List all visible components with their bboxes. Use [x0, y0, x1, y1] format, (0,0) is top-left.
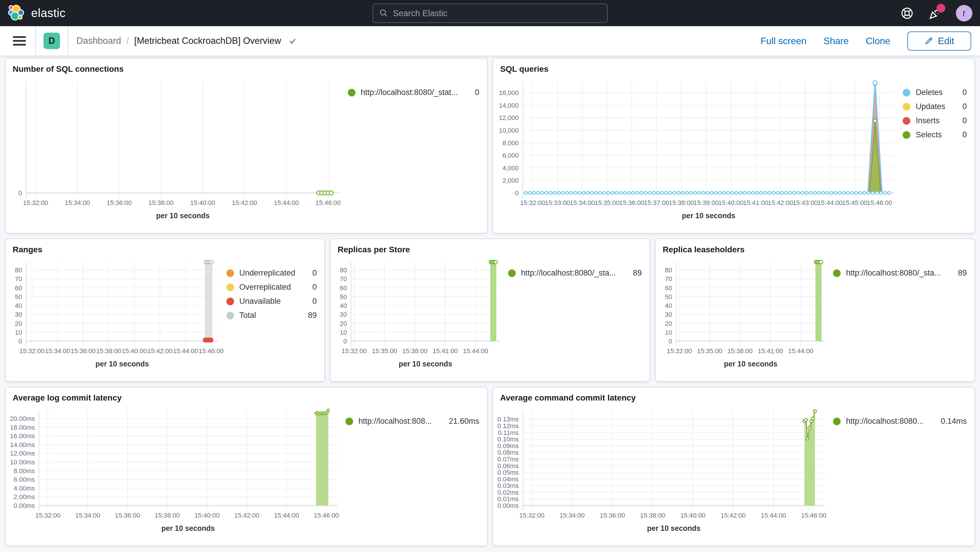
panel-replica-leaseholders: Replica leaseholders 15:32:0015:35:0015:… — [655, 239, 975, 382]
legend-value: 89 — [296, 311, 317, 320]
svg-text:0.01ms: 0.01ms — [498, 495, 519, 503]
panel-sql-queries: SQL queries 15:32:0015:33:0015:34:0015:3… — [493, 58, 975, 234]
legend-item[interactable]: Inserts0 — [903, 116, 967, 125]
svg-text:15:40:00: 15:40:00 — [122, 347, 147, 355]
panel-replicas-per-store: Replicas per Store 15:32:0015:35:0015:38… — [330, 239, 650, 382]
svg-text:15:38:00: 15:38:00 — [148, 199, 174, 207]
svg-text:15:37:00: 15:37:00 — [644, 199, 669, 207]
elastic-brand[interactable]: elastic — [8, 4, 65, 22]
legend-label: http://localhost:808... — [358, 417, 432, 426]
legend-dot-icon — [833, 269, 841, 277]
legend-dot-icon — [226, 297, 234, 305]
legend-label: http://localhost:8080... — [846, 417, 924, 426]
svg-text:15:34:00: 15:34:00 — [570, 199, 595, 207]
legend-label: Deletes — [916, 88, 943, 97]
legend-dot-icon — [226, 269, 234, 277]
x-axis-title: per 10 seconds — [724, 360, 777, 368]
global-search[interactable] — [372, 3, 608, 23]
title-check-icon[interactable] — [288, 37, 297, 45]
svg-text:16,000: 16,000 — [499, 89, 519, 97]
svg-text:40: 40 — [340, 302, 347, 309]
svg-text:15:35:00: 15:35:00 — [697, 347, 722, 355]
svg-text:15:34:00: 15:34:00 — [65, 199, 90, 207]
top-header: elastic r — [0, 0, 980, 26]
svg-text:70: 70 — [340, 275, 347, 283]
legend-label: Selects — [916, 130, 942, 139]
svg-text:15:44:00: 15:44:00 — [274, 512, 299, 519]
svg-text:0: 0 — [515, 189, 519, 197]
svg-text:60: 60 — [15, 285, 22, 292]
legend-dot-icon — [345, 418, 353, 425]
svg-text:15:44:00: 15:44:00 — [463, 347, 488, 355]
panel-ranges: Ranges 15:32:0015:34:0015:36:0015:38:001… — [5, 239, 325, 382]
panel-title: Replicas per Store — [331, 239, 649, 256]
svg-text:15:42:00: 15:42:00 — [232, 199, 257, 207]
breadcrumb-dashboard-link[interactable]: Dashboard — [76, 36, 121, 46]
svg-text:15:32:00: 15:32:00 — [35, 512, 60, 519]
elastic-logo — [8, 4, 26, 22]
menu-button[interactable] — [9, 34, 35, 47]
svg-text:18.00ms: 18.00ms — [10, 424, 35, 431]
newsfeed-button[interactable] — [928, 6, 943, 21]
avg-log-commit-latency-chart[interactable]: 15:32:0015:34:0015:36:0015:38:0015:40:00… — [6, 404, 344, 546]
svg-text:10: 10 — [340, 329, 347, 336]
search-input[interactable] — [393, 8, 601, 18]
replicas-per-store-chart[interactable]: 15:32:0015:35:0015:38:0015:41:0015:44:00… — [331, 256, 506, 381]
svg-text:15:43:00: 15:43:00 — [793, 199, 818, 207]
dashboard-content: Number of SQL connections 15:32:0015:34:… — [0, 56, 980, 546]
svg-text:40: 40 — [15, 302, 22, 309]
ranges-chart[interactable]: 15:32:0015:34:0015:36:0015:38:0015:40:00… — [6, 256, 224, 381]
sql-connections-chart[interactable]: 15:32:0015:34:0015:36:0015:38:0015:40:00… — [6, 75, 346, 233]
legend-item[interactable]: Total89 — [226, 311, 317, 320]
svg-text:15:34:00: 15:34:00 — [560, 512, 585, 519]
svg-text:15:44:00: 15:44:00 — [788, 347, 813, 355]
legend-item[interactable]: http://localhost:808...21.60ms — [345, 417, 479, 426]
legend-item[interactable]: http://localhost:8080/_stat...0 — [348, 88, 479, 97]
replica-leaseholders-chart[interactable]: 15:32:0015:35:0015:38:0015:41:0015:44:00… — [656, 256, 832, 381]
panel-title: Replica leaseholders — [656, 239, 974, 256]
sql-queries-chart[interactable]: 15:32:0015:33:0015:34:0015:35:0015:36:00… — [493, 75, 901, 233]
svg-text:0: 0 — [19, 337, 22, 345]
legend-value: 0 — [463, 88, 479, 97]
svg-text:0: 0 — [344, 337, 347, 345]
svg-text:15:34:00: 15:34:00 — [45, 347, 70, 355]
legend-item[interactable]: http://localhost:8080/_sta...89 — [508, 269, 642, 278]
edit-button-label: Edit — [938, 36, 954, 46]
full-screen-button[interactable]: Full screen — [760, 36, 807, 46]
svg-text:20: 20 — [665, 320, 672, 327]
user-avatar[interactable]: r — [956, 5, 972, 21]
edit-button[interactable]: Edit — [907, 32, 971, 51]
dashboard-app-badge[interactable]: D — [43, 33, 60, 49]
help-button[interactable] — [899, 6, 915, 21]
share-button[interactable]: Share — [824, 36, 849, 46]
legend-item[interactable]: Underreplicated0 — [226, 269, 317, 278]
legend-item[interactable]: Unavailable0 — [226, 297, 317, 306]
legend-item[interactable]: Updates0 — [903, 102, 967, 111]
svg-text:15:46:00: 15:46:00 — [801, 512, 827, 519]
svg-text:15:32:00: 15:32:00 — [519, 512, 544, 519]
legend-value: 0 — [951, 116, 967, 125]
legend-item[interactable]: http://localhost:8080/_sta...89 — [833, 269, 967, 278]
svg-text:0: 0 — [19, 189, 22, 197]
svg-text:15:46:00: 15:46:00 — [314, 512, 339, 519]
svg-text:0.11ms: 0.11ms — [498, 429, 519, 436]
svg-text:12.00ms: 12.00ms — [10, 450, 35, 457]
avg-command-commit-latency-chart[interactable]: 15:32:0015:34:0015:36:0015:38:0015:40:00… — [493, 404, 831, 546]
legend-item[interactable]: Overreplicated0 — [226, 283, 317, 292]
svg-text:60: 60 — [665, 285, 672, 292]
svg-text:50: 50 — [665, 293, 672, 301]
svg-text:80: 80 — [340, 266, 347, 274]
svg-text:50: 50 — [15, 293, 22, 301]
legend-item[interactable]: Deletes0 — [903, 88, 967, 97]
legend-dot-icon — [348, 89, 355, 97]
svg-text:0.02ms: 0.02ms — [498, 489, 519, 496]
pencil-icon — [924, 37, 933, 45]
legend-item[interactable]: Selects0 — [903, 130, 967, 139]
x-axis-title: per 10 seconds — [161, 524, 215, 532]
clone-button[interactable]: Clone — [865, 36, 890, 46]
legend-item[interactable]: http://localhost:8080...0.14ms — [833, 417, 967, 426]
panel-title: Average log commit latency — [6, 387, 487, 404]
legend-label: Updates — [916, 102, 945, 111]
legend-value: 21.60ms — [437, 417, 479, 426]
svg-text:0: 0 — [668, 337, 672, 345]
